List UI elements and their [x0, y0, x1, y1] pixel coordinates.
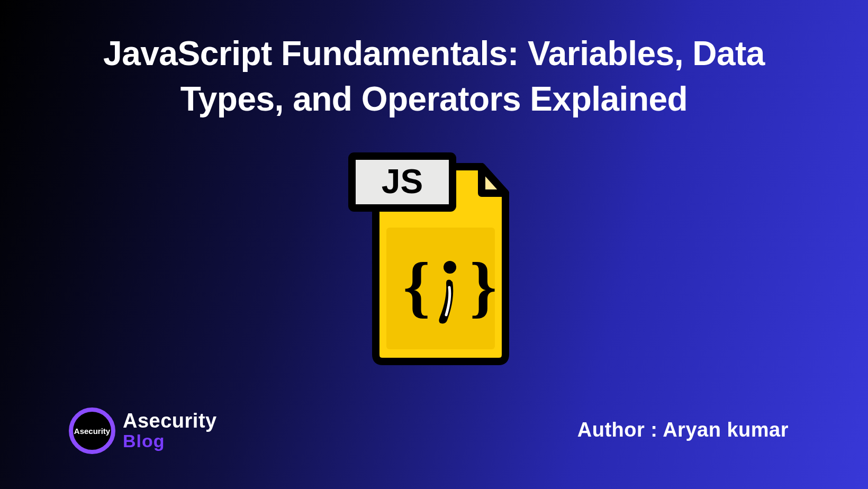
- logo-ring-text: Asecurity: [74, 427, 110, 436]
- svg-text:}: }: [469, 248, 496, 324]
- logo-text-top: Asecurity: [123, 411, 217, 432]
- author-credit: Author : Aryan kumar: [577, 419, 789, 441]
- author-name: Aryan kumar: [663, 419, 789, 441]
- svg-text:JS: JS: [382, 162, 423, 201]
- page-title: JavaScript Fundamentals: Variables, Data…: [64, 31, 804, 122]
- svg-point-5: [444, 261, 456, 274]
- site-logo: Asecurity Asecurity Blog: [69, 408, 217, 454]
- author-prefix: Author :: [577, 419, 663, 441]
- logo-text-bottom: Blog: [123, 432, 217, 451]
- logo-text: Asecurity Blog: [123, 411, 217, 451]
- js-file-icon: JS { }: [347, 140, 521, 368]
- logo-ring-icon: Asecurity: [69, 408, 115, 454]
- svg-text:{: {: [403, 248, 430, 324]
